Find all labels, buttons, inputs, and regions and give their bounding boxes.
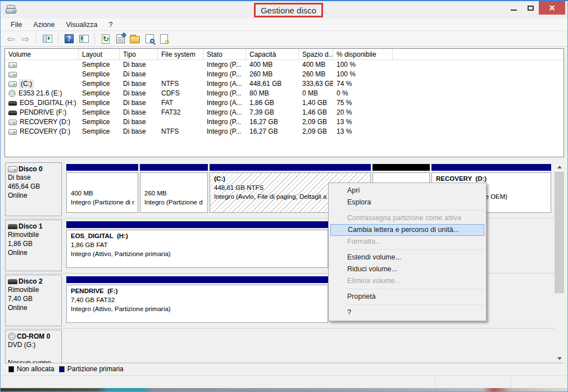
volume-table-header: Volume Layout Tipo File system Stato Cap… [5, 49, 564, 60]
refresh-icon[interactable]: ↻ [100, 33, 111, 44]
partition-context-menu: Apri Esplora Contrassegna partizione com… [328, 183, 487, 321]
menu-file[interactable]: File [11, 21, 22, 29]
disk-management-app-icon [6, 5, 16, 14]
no-media-label: Nessun suppo [8, 358, 60, 363]
disk-icon [8, 166, 17, 172]
partition-efi[interactable]: 260 MB Integro (Partizione d [140, 164, 208, 213]
menu-separator [347, 210, 485, 211]
disk-row-cdrom: CD-ROM 0 DVD (G:) Nessun suppo [4, 329, 564, 363]
col-disponibile[interactable]: % disponibile [333, 49, 393, 60]
col-capacita[interactable]: Capacità [246, 49, 299, 60]
menu-item-formatta: Formatta... [329, 236, 486, 248]
menu-item-estendi-volume[interactable]: Estendi volume... [329, 252, 486, 263]
cd-icon [8, 332, 16, 340]
minimize-button[interactable] [505, 1, 522, 15]
col-tipo[interactable]: Tipo [120, 49, 158, 60]
menu-separator [347, 289, 485, 289]
menu-item-elimina-volume: Elimina volume... [329, 275, 486, 287]
menu-help[interactable]: ? [108, 21, 112, 29]
primary-partition-swatch [59, 366, 65, 372]
removable-disk-icon [8, 279, 17, 284]
maximize-icon [528, 6, 534, 11]
menu-separator [347, 304, 485, 305]
toolbar-separator [94, 33, 95, 44]
table-row[interactable]: RECOVERY (D:) Semplice Di base Integro (… [5, 117, 564, 127]
drive-icon [8, 129, 17, 135]
menu-visualizza[interactable]: Visualizza [66, 21, 97, 29]
window-title: Gestione disco [261, 6, 316, 15]
legend-bar: Non allocata Partizione primaria [4, 363, 563, 374]
col-file-system[interactable]: File system [158, 49, 203, 60]
show-console-tree-icon[interactable] [42, 33, 53, 44]
menu-separator [347, 249, 485, 250]
drive-icon [8, 72, 17, 78]
forward-icon[interactable]: ⇨ [20, 33, 31, 44]
toolbar-separator [58, 33, 58, 44]
back-icon[interactable]: ⇦ [5, 33, 16, 44]
disk1-info-panel[interactable]: Disco 1 Rimovibile 1,86 GB Online [5, 220, 62, 271]
table-row-c[interactable]: (C:) Semplice Di base NTFS Integro (A...… [5, 79, 564, 89]
volume-list-pane: Volume Layout Tipo File system Stato Cap… [4, 48, 564, 157]
removable-drive-icon [8, 111, 17, 115]
desktop-background-sliver [1, 388, 567, 391]
close-button[interactable]: ✕ [539, 1, 565, 15]
title-bar: Gestione disco ✕ [1, 1, 567, 19]
table-row[interactable]: EOS_DIGITAL (H:) Semplice Di base FAT In… [5, 98, 564, 108]
scroll-up-icon[interactable] [555, 162, 564, 172]
partition-pendrive[interactable]: PENDRIVE (F:) 7,40 GB FAT32 Integro (Att… [66, 276, 328, 323]
menu-item-contrassegna-attiva: Contrassegna partizione come attiva [329, 212, 486, 224]
menu-item-riduci-volume[interactable]: Riduci volume... [329, 263, 486, 275]
menu-item-apri[interactable]: Apri [329, 185, 486, 197]
col-layout[interactable]: Layout [79, 49, 120, 60]
help-icon[interactable]: ? [63, 33, 75, 44]
menu-item-esplora[interactable]: Esplora [329, 197, 486, 208]
menu-item-cambia-lettera[interactable]: Cambia lettera e percorso di unità... [330, 224, 484, 236]
properties-icon[interactable] [115, 33, 126, 44]
disk-management-window: Gestione disco ✕ File Azione Visualizza … [0, 0, 568, 392]
col-spazio[interactable]: Spazio d... [299, 49, 333, 60]
scroll-down-icon[interactable] [555, 354, 564, 363]
disk0-info-panel[interactable]: Disco 0 Di base 465,64 GB Online [5, 162, 62, 216]
menu-azione[interactable]: Azione [33, 21, 54, 29]
removable-disk-icon [8, 224, 17, 229]
menu-item-help[interactable]: ? [329, 307, 486, 318]
drive-icon [8, 120, 17, 125]
legend-primary-partition: Partizione primaria [59, 365, 124, 373]
table-row[interactable]: PENDRIVE (F:) Semplice Di base FAT32 Int… [5, 108, 564, 117]
toolbar: ⇦ ⇨ ? ↻ ⚙ [1, 31, 567, 47]
minimize-icon [511, 10, 517, 11]
menu-item-proprieta[interactable]: Proprietà [329, 291, 486, 303]
table-row[interactable]: E353 21.6 (E:) Semplice Di base CDFS Int… [5, 89, 564, 98]
open-folder-icon[interactable] [129, 33, 140, 44]
window-controls: ✕ [505, 1, 565, 15]
annotation-box: Gestione disco [254, 3, 323, 17]
toolbar-separator [36, 33, 37, 44]
table-row[interactable]: RECOVERY (D:) Semplice Di base NTFS Inte… [5, 127, 564, 136]
table-row[interactable]: Semplice Di base Integro (P... 260 MB 26… [5, 70, 564, 79]
partition-eos-digital[interactable]: EOS_DIGITAL (H:) 1,86 GB FAT Integro (At… [66, 221, 328, 268]
cdrom-info-panel[interactable]: CD-ROM 0 DVD (G:) Nessun suppo [5, 330, 62, 363]
col-volume[interactable]: Volume [5, 49, 79, 60]
legend-unallocated: Non allocata [8, 365, 54, 373]
view-icon[interactable] [144, 33, 155, 44]
scrollbar-thumb[interactable] [555, 172, 564, 293]
close-icon: ✕ [549, 4, 556, 12]
disk2-info-panel[interactable]: Disco 2 Rimovibile 7,40 GB Online [5, 275, 62, 326]
vertical-scrollbar[interactable] [555, 162, 564, 363]
drive-icon [8, 81, 17, 87]
removable-drive-icon [8, 101, 17, 106]
cd-icon [8, 90, 16, 97]
table-row[interactable]: Semplice Di base Integro (P... 400 MB 40… [5, 60, 564, 70]
console-settings-icon[interactable]: ⚙ [158, 33, 170, 44]
show-action-pane-icon[interactable] [78, 33, 89, 44]
partition-system-reserved[interactable]: 400 MB Integro (Partizione di r [66, 164, 138, 213]
menu-bar: File Azione Visualizza ? [1, 19, 567, 31]
col-filler [393, 49, 564, 60]
maximize-button[interactable] [522, 1, 539, 15]
unallocated-swatch [8, 366, 14, 372]
col-stato[interactable]: Stato [203, 49, 246, 60]
drive-icon [8, 62, 17, 68]
